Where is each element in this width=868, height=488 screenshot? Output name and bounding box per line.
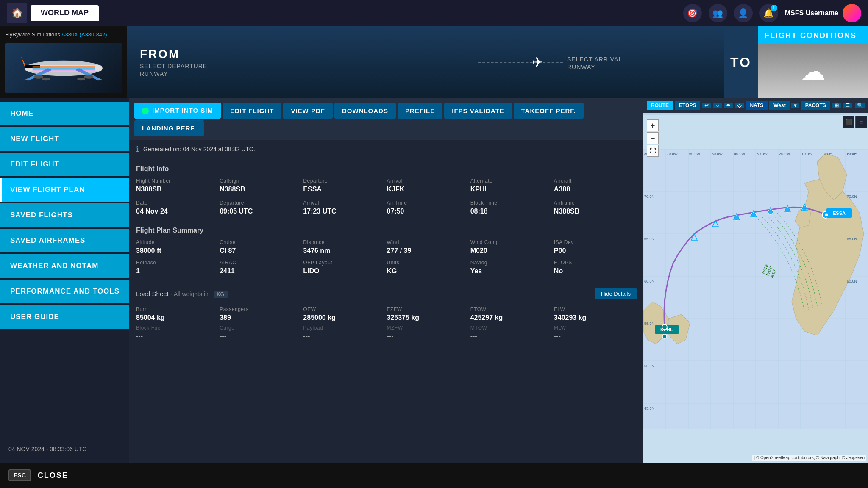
cargo-cell: Cargo ---: [220, 325, 302, 340]
map-grid-1[interactable]: ⊞: [832, 103, 841, 108]
ifps-validate-button[interactable]: IFPS VALIDATE: [444, 103, 512, 119]
sidebar-item-view-flight-plan[interactable]: VIEW FLIGHT PLAN: [0, 178, 129, 202]
svg-text:70.0W: 70.0W: [667, 152, 678, 156]
sidebar-item-edit-flight[interactable]: EDIT FLIGHT: [0, 152, 129, 176]
svg-text:70.0N: 70.0N: [644, 194, 654, 199]
sidebar-item-performance-tools[interactable]: PERFORMANCE AND TOOLS: [0, 280, 129, 303]
wind-value: 277 / 39: [387, 247, 470, 255]
map-tool-2[interactable]: ○: [713, 103, 722, 108]
altitude-label: Altitude: [136, 239, 219, 245]
svg-text:0.0E: 0.0E: [824, 152, 832, 156]
sidebar-item-home[interactable]: HOME: [0, 102, 129, 125]
landing-perf-button[interactable]: LANDING PERF.: [134, 120, 204, 136]
arrival-label: Arrival: [387, 178, 470, 184]
svg-rect-12: [33, 67, 95, 69]
svg-text:20.0W: 20.0W: [779, 152, 790, 156]
mtow-cell: MTOW ---: [470, 325, 553, 340]
west-button[interactable]: West: [769, 101, 790, 110]
flight-number-value: N388SB: [136, 186, 219, 193]
bottom-bar: ESC CLOSE: [0, 463, 868, 488]
select-departure: SELECT DEPARTURE: [140, 63, 508, 69]
nats-map-button[interactable]: NATS: [746, 101, 768, 110]
date-cell: Date 04 Nov 24: [136, 200, 219, 215]
sidebar-item-saved-airframes[interactable]: SAVED AIRFRAMES: [0, 229, 129, 252]
mlw-label: MLW: [554, 325, 637, 331]
takeoff-perf-button[interactable]: TAKEOFF PERF.: [514, 103, 584, 119]
map-grid-2[interactable]: ☰: [843, 103, 852, 108]
ezfw-value: 325375 kg: [387, 314, 470, 322]
block-time-value: 08:18: [470, 208, 553, 215]
aircraft-value: A388: [554, 186, 637, 193]
bell-icon-button[interactable]: 🔔 1: [760, 4, 778, 22]
map-tool-4[interactable]: ◇: [735, 103, 744, 108]
elw-cell: ELW 340293 kg: [554, 306, 637, 322]
departure-value: ESSA: [303, 186, 386, 193]
svg-text:20.0E: 20.0E: [847, 152, 857, 156]
user-icon-button[interactable]: 👤: [734, 4, 753, 22]
block-time-label: Block Time: [470, 200, 553, 206]
view-pdf-button[interactable]: VIEW PDF: [283, 103, 333, 119]
map-layer-button-1[interactable]: ⬛: [843, 116, 854, 128]
import-into-sim-button[interactable]: IMPORT INTO SIM: [134, 103, 221, 119]
payload-value: ---: [303, 333, 386, 340]
mzfw-cell: MZFW ---: [387, 325, 470, 340]
elw-label: ELW: [554, 306, 637, 312]
route-map-button[interactable]: ROUTE: [647, 101, 673, 110]
edit-flight-button[interactable]: EDIT FLIGHT: [223, 103, 282, 119]
callsign-cell: Callsign N388SB: [220, 178, 302, 193]
release-value: 1: [136, 267, 219, 275]
block-fuel-value: ---: [136, 333, 219, 340]
sidebar-item-user-guide[interactable]: USER GUIDE: [0, 305, 129, 329]
summary-grid-1: Altitude 38000 ft Cruise CI 87 Distance …: [136, 239, 637, 255]
from-label: FROM: [140, 47, 508, 61]
zoom-in-button[interactable]: +: [647, 119, 659, 131]
mlw-cell: MLW ---: [554, 325, 637, 340]
load-sheet-header: Load Sheet - All weights in KG Hide Deta…: [136, 285, 637, 303]
svg-text:60.0N: 60.0N: [847, 279, 857, 283]
aircraft-panel: FlyByWire Simulations A380X (A380-842): [0, 26, 127, 98]
distance-value: 3476 nm: [303, 247, 386, 255]
west-dropdown[interactable]: ▾: [791, 103, 799, 108]
runway-label: RUNWAY: [140, 70, 508, 77]
svg-point-56: [662, 324, 667, 330]
prefile-button[interactable]: PREFILE: [398, 103, 442, 119]
distance-cell: Distance 3476 nm: [303, 239, 386, 255]
map-layer-button-2[interactable]: ≡: [855, 116, 867, 128]
world-map-tab[interactable]: WORLD MAP: [31, 5, 99, 21]
sidebar-item-new-flight[interactable]: NEW FLIGHT: [0, 127, 129, 151]
svg-point-7: [77, 78, 85, 80]
alternate-value: KPHL: [470, 186, 553, 193]
map-tool-1[interactable]: ↩: [702, 103, 711, 108]
users-icon-button[interactable]: 👥: [709, 4, 727, 22]
svg-point-8: [84, 75, 94, 78]
map-tool-3[interactable]: ✏: [724, 103, 733, 108]
svg-text:45.0N: 45.0N: [644, 406, 654, 410]
map-search-button[interactable]: 🔍: [855, 103, 865, 108]
zoom-out-button[interactable]: −: [647, 132, 659, 144]
home-button[interactable]: 🏠: [7, 3, 27, 23]
downloads-button[interactable]: DOWNLOADS: [334, 103, 396, 119]
isa-dev-value: P00: [554, 247, 637, 255]
alternate-cell: Alternate KPHL: [470, 178, 553, 193]
esc-badge: ESC: [8, 469, 31, 481]
username-label: MSFS Username: [785, 9, 838, 17]
air-time-value: 07:50: [387, 208, 470, 215]
fullscreen-button[interactable]: ⛶: [647, 145, 659, 157]
etops-map-button[interactable]: ETOPS: [675, 101, 700, 110]
pacots-map-button[interactable]: PACOTS: [801, 101, 830, 110]
target-icon-button[interactable]: 🎯: [683, 4, 702, 22]
hide-details-button[interactable]: Hide Details: [595, 288, 637, 299]
etops-cell: ETOPS No: [554, 260, 637, 275]
navlog-label: Navlog: [470, 260, 553, 266]
cloud-icon: ☁: [800, 56, 826, 86]
units-value: KG: [387, 267, 470, 275]
map-toolbar: ROUTE ETOPS ↩ ○ ✏ ◇ NATS West ▾ PACOTS ⊞…: [643, 98, 868, 113]
sidebar-item-weather-notam[interactable]: WEATHER AND NOTAM: [0, 254, 129, 278]
kg-badge: KG: [214, 291, 228, 298]
svg-point-6: [42, 78, 50, 80]
sidebar-item-saved-flights[interactable]: SAVED FLIGHTS: [0, 203, 129, 227]
generated-info: ℹ Generated on: 04 Nov 2024 at 08:32 UTC…: [129, 140, 643, 158]
map-container[interactable]: ESSA KPHL NATB NATC NATD 80.0W 70.0W 60.…: [643, 115, 868, 463]
flight-info-title: Flight Info: [136, 165, 637, 173]
avatar: [843, 4, 861, 22]
